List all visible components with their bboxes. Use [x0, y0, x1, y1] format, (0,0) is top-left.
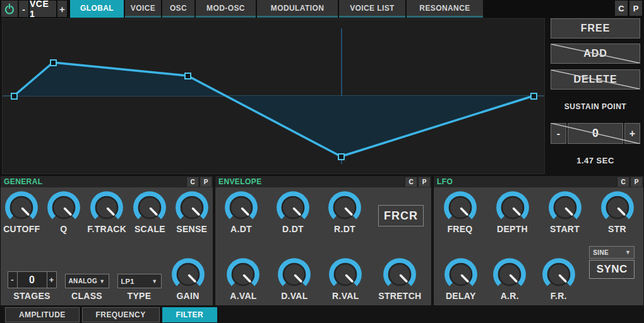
frcr-button[interactable]: FRCR	[378, 205, 424, 226]
q-knob[interactable]: Q	[45, 191, 82, 234]
ar-knob[interactable]: A.R.	[491, 257, 528, 301]
envelope-point-handle[interactable]	[51, 60, 56, 66]
sense-knob[interactable]: SENSE	[174, 191, 210, 234]
a-dt-knob[interactable]: A.DT	[223, 191, 259, 234]
start-knob[interactable]: START	[547, 191, 583, 234]
gain-label: GAIN	[176, 291, 199, 301]
str-knob[interactable]: STR	[599, 191, 636, 234]
stretch-knob[interactable]: STRETCH	[378, 257, 421, 301]
copy-button[interactable]: C	[615, 1, 628, 16]
knob-dial[interactable]	[131, 191, 168, 223]
r-dt-knob[interactable]: R.DT	[326, 191, 363, 234]
chevron-down-icon: ▼	[625, 249, 631, 255]
envelope-editor-region: FREE ADD DELETE SUSTAIN POINT - 0 + 1.47…	[0, 18, 644, 175]
envelope-point-handle[interactable]	[338, 154, 344, 160]
lfo-waveform-dropdown[interactable]: SINE ▼	[589, 246, 635, 259]
paste-button[interactable]: P	[200, 177, 212, 187]
knob-dial[interactable]	[174, 191, 210, 223]
tab-frequency[interactable]: FREQUENCY	[82, 307, 160, 322]
general-knob-row: CUTOFF Q F.TRACK SCALE SENSE	[1, 187, 213, 247]
add-point-button[interactable]: ADD	[551, 44, 640, 64]
knob-label: A.VAL	[230, 291, 256, 301]
knob-dial[interactable]	[276, 257, 313, 290]
knob-dial[interactable]	[491, 257, 528, 290]
knob-dial[interactable]	[599, 191, 636, 223]
freq-knob[interactable]: FREQ	[442, 191, 479, 234]
envelope-point-handle[interactable]	[11, 93, 17, 99]
knob-dial[interactable]	[547, 191, 583, 223]
voice-increment-button[interactable]: +	[57, 1, 67, 17]
type-label: TYPE	[128, 291, 152, 301]
envelope-graph-svg[interactable]	[3, 19, 544, 173]
type-dropdown[interactable]: LP1 ▼	[117, 274, 162, 288]
sync-button[interactable]: SYNC	[589, 260, 635, 279]
general-title: GENERAL	[4, 177, 42, 186]
envelope-graph[interactable]	[2, 18, 545, 174]
sustain-point-stepper: - 0 +	[551, 123, 640, 144]
stages-label: STAGES	[13, 291, 50, 301]
knob-dial[interactable]	[443, 257, 479, 290]
knob-dial[interactable]	[223, 191, 259, 223]
knob-label: D.VAL	[281, 291, 307, 301]
sustain-increment-button[interactable]: +	[624, 123, 640, 144]
envelope-point-handle[interactable]	[531, 93, 537, 99]
paste-button[interactable]: P	[629, 1, 642, 16]
tab-mod-osc[interactable]: MOD-OSC	[196, 0, 256, 18]
knob-dial[interactable]	[326, 191, 363, 223]
general-controls-row: - 0 + STAGES ANALOG ▼ CLASS LP1 ▼ TYPE	[1, 247, 213, 307]
knob-label: DEPTH	[497, 224, 528, 234]
delete-point-button[interactable]: DELETE	[551, 69, 640, 90]
knob-dial[interactable]	[327, 257, 364, 290]
knob-dial[interactable]	[170, 257, 206, 290]
knob-dial[interactable]	[45, 191, 82, 223]
tab-amplitude[interactable]: AMPLITUDE	[5, 307, 80, 322]
power-button[interactable]	[1, 1, 18, 17]
cutoff-knob[interactable]: CUTOFF	[3, 191, 40, 234]
tab-osc[interactable]: OSC	[162, 0, 194, 18]
d-dt-knob[interactable]: D.DT	[275, 191, 311, 234]
voice-decrement-button[interactable]: -	[19, 1, 28, 17]
tab-resonance[interactable]: RESONANCE	[407, 0, 483, 18]
sustain-decrement-button[interactable]: -	[551, 123, 566, 144]
envelope-copy-paste-group: C P	[405, 177, 431, 187]
tab-global[interactable]: GLOBAL	[70, 0, 124, 18]
f-track-knob[interactable]: F.TRACK	[87, 191, 126, 234]
r-val-knob[interactable]: R.VAL	[327, 257, 364, 301]
stages-decrement-button[interactable]: -	[8, 271, 18, 288]
knob-dial[interactable]	[275, 191, 311, 223]
tab-modulation[interactable]: MODULATION	[257, 0, 338, 18]
tab-voice[interactable]: VOICE	[125, 0, 161, 18]
knob-dial[interactable]	[381, 257, 418, 290]
envelope-point-handle[interactable]	[185, 73, 191, 79]
knob-dial[interactable]	[3, 191, 40, 223]
paste-button[interactable]: P	[418, 177, 430, 187]
tab-voice-list[interactable]: VOICE LIST	[339, 0, 405, 18]
stages-increment-button[interactable]: +	[47, 271, 57, 288]
lfo-copy-paste-group: C P	[617, 177, 643, 187]
copy-button[interactable]: C	[405, 177, 417, 187]
knob-dial[interactable]	[88, 191, 125, 223]
scale-knob[interactable]: SCALE	[131, 191, 168, 234]
knob-dial[interactable]	[494, 191, 531, 223]
class-dropdown[interactable]: ANALOG ▼	[65, 274, 109, 288]
free-button[interactable]: FREE	[551, 18, 640, 38]
gain-knob[interactable]: GAIN	[170, 257, 206, 301]
copy-button[interactable]: C	[186, 177, 198, 187]
tab-filter[interactable]: FILTER	[162, 307, 218, 322]
knob-label: D.DT	[282, 224, 304, 234]
free-button-label: FREE	[581, 23, 611, 34]
d-val-knob[interactable]: D.VAL	[276, 257, 313, 301]
copy-button[interactable]: C	[617, 177, 629, 187]
a-val-knob[interactable]: A.VAL	[225, 257, 261, 301]
knob-dial[interactable]	[540, 257, 577, 290]
delete-button-label: DELETE	[573, 74, 617, 85]
lfo-header: LFO C P	[434, 176, 643, 187]
knob-dial[interactable]	[442, 191, 479, 223]
delay-knob[interactable]: DELAY	[443, 257, 479, 301]
paste-button[interactable]: P	[630, 177, 642, 187]
knob-dial[interactable]	[225, 257, 261, 290]
fr-knob[interactable]: F.R.	[540, 257, 577, 301]
knob-label: FREQ	[447, 224, 472, 234]
knob-label: SCALE	[134, 224, 165, 234]
depth-knob[interactable]: DEPTH	[494, 191, 531, 234]
